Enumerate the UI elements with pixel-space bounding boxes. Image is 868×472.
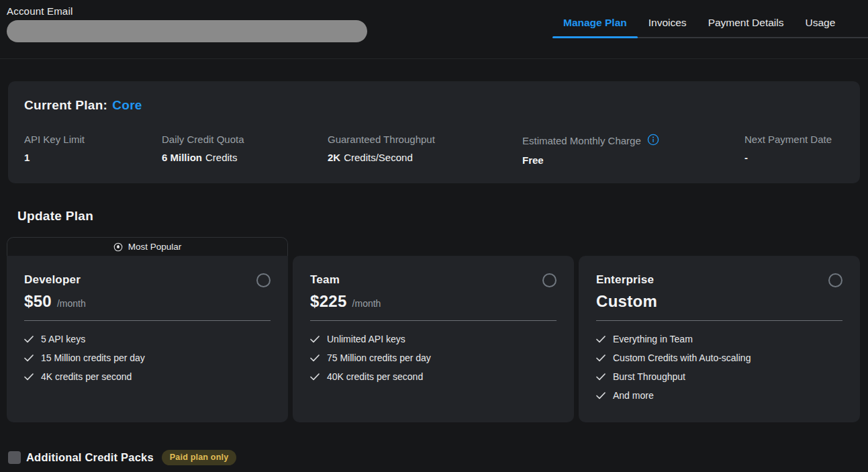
plan-price: $225 — [310, 292, 347, 311]
plan-card-body-developer[interactable]: Developer $50 /month 5 API keys 15 Milli… — [7, 256, 288, 422]
check-icon — [24, 355, 34, 362]
feature-label: 4K credits per second — [41, 371, 132, 382]
feature-label: And more — [613, 390, 654, 401]
feature-item: 5 API keys — [24, 334, 271, 344]
divider — [596, 320, 842, 321]
tab-manage-plan[interactable]: Manage Plan — [552, 9, 638, 37]
plan-features: 5 API keys 15 Million credits per day 4K… — [24, 334, 271, 382]
feature-item: Unlimited API keys — [310, 334, 557, 344]
account-email-label: Account Email — [7, 5, 367, 17]
stat-value: 2KCredits/Second — [328, 152, 522, 163]
check-icon — [596, 373, 606, 381]
stat-value: Free — [522, 154, 744, 166]
plan-price-row: $225 /month — [310, 292, 557, 311]
check-icon — [310, 373, 320, 381]
stat-value-main: - — [744, 152, 748, 163]
stat-label: Next Payment Date — [744, 134, 844, 145]
feature-item: 40K credits per second — [310, 371, 557, 382]
stat-estimated-monthly-charge: Estimated Monthly Charge Free — [522, 134, 744, 166]
plan-radio-enterprise[interactable] — [828, 273, 842, 287]
update-plan-heading: Update Plan — [17, 209, 868, 224]
check-icon — [596, 336, 606, 343]
check-icon — [24, 373, 34, 381]
current-plan-title-prefix: Current Plan: — [24, 98, 107, 112]
divider — [310, 320, 557, 321]
stat-value-main: Free — [522, 154, 544, 166]
most-popular-label: Most Popular — [128, 242, 182, 252]
current-plan-stats: API Key Limit 1 Daily Credit Quota 6 Mil… — [24, 134, 844, 166]
feature-label: Custom Credits with Auto-scaling — [613, 352, 751, 363]
plan-radio-team[interactable] — [542, 273, 557, 287]
current-plan-card: Current Plan:Core API Key Limit 1 Daily … — [8, 81, 860, 183]
stat-value: 6 MillionCredits — [162, 152, 328, 163]
plan-cards-row: Most Popular Developer $50 /month 5 API … — [7, 237, 860, 422]
stat-value: 1 — [24, 152, 162, 163]
plan-card-team: Team $225 /month Unlimited API keys 75 M… — [293, 256, 574, 422]
account-email-input[interactable] — [7, 20, 367, 42]
plan-name: Developer — [24, 273, 271, 287]
current-plan-title: Current Plan:Core — [24, 98, 844, 113]
flame-icon — [113, 242, 123, 252]
feature-item: And more — [596, 390, 842, 401]
plan-features: Unlimited API keys 75 Million credits pe… — [310, 334, 557, 382]
stat-value: - — [744, 152, 844, 163]
feature-item: Everything in Team — [596, 334, 842, 344]
plan-price: Custom — [596, 292, 657, 311]
stat-value-main: 1 — [24, 152, 30, 163]
feature-label: Burst Throughput — [613, 371, 685, 382]
divider — [24, 320, 271, 321]
stat-value-suffix: Credits/Second — [344, 152, 413, 163]
feature-label: Everything in Team — [613, 334, 693, 344]
plan-name: Team — [310, 273, 557, 287]
stat-label: Daily Credit Quota — [162, 134, 328, 145]
check-icon — [310, 336, 320, 343]
plan-card-body-enterprise[interactable]: Enterprise Custom Everything in Team Cus… — [579, 256, 860, 422]
plan-name: Enterprise — [596, 273, 842, 287]
additional-credit-packs-checkbox[interactable] — [8, 451, 21, 464]
feature-label: 15 Million credits per day — [41, 352, 145, 363]
info-icon[interactable] — [647, 134, 659, 148]
feature-label: Unlimited API keys — [327, 334, 405, 344]
feature-item: 4K credits per second — [24, 371, 271, 382]
additional-credit-packs-label: Additional Credit Packs — [26, 451, 154, 464]
stat-next-payment-date: Next Payment Date - — [744, 134, 844, 166]
tab-usage[interactable]: Usage — [794, 9, 855, 37]
plan-price-row: $50 /month — [24, 292, 271, 311]
stat-label: Guaranteed Throughput — [328, 134, 522, 145]
check-icon — [596, 392, 606, 399]
additional-credit-packs-row: Additional Credit Packs Paid plan only — [8, 450, 868, 465]
plan-radio-developer[interactable] — [256, 273, 271, 287]
stat-api-key-limit: API Key Limit 1 — [24, 134, 162, 166]
plan-features: Everything in Team Custom Credits with A… — [596, 334, 842, 401]
tab-payment-details[interactable]: Payment Details — [697, 9, 795, 37]
stat-value-main: 2K — [328, 152, 340, 163]
plan-period: /month — [352, 298, 381, 309]
account-email-group: Account Email — [7, 5, 367, 42]
plan-price: $50 — [24, 292, 52, 311]
tab-bar: Manage Plan Invoices Payment Details Usa… — [552, 9, 868, 38]
feature-label: 75 Million credits per day — [327, 352, 431, 363]
plan-card-enterprise: Enterprise Custom Everything in Team Cus… — [579, 256, 860, 422]
feature-label: 40K credits per second — [327, 371, 423, 382]
feature-item: 75 Million credits per day — [310, 352, 557, 363]
most-popular-banner: Most Popular — [7, 237, 288, 256]
check-icon — [24, 336, 34, 343]
paid-plan-only-badge: Paid plan only — [162, 450, 237, 465]
stat-label: Estimated Monthly Charge — [522, 135, 641, 146]
stat-value-main: 6 Million — [162, 152, 202, 163]
header: Account Email Manage Plan Invoices Payme… — [0, 0, 868, 59]
check-icon — [310, 355, 320, 362]
stat-daily-credit-quota: Daily Credit Quota 6 MillionCredits — [162, 134, 328, 166]
current-plan-name: Core — [112, 98, 142, 112]
feature-item: Custom Credits with Auto-scaling — [596, 352, 842, 363]
plan-card-developer: Most Popular Developer $50 /month 5 API … — [7, 237, 288, 422]
stat-label-row: Estimated Monthly Charge — [522, 134, 744, 148]
stat-label: API Key Limit — [24, 134, 162, 145]
feature-label: 5 API keys — [41, 334, 85, 344]
feature-item: 15 Million credits per day — [24, 352, 271, 363]
tab-invoices[interactable]: Invoices — [638, 9, 697, 37]
stat-value-suffix: Credits — [205, 152, 238, 163]
plan-card-body-team[interactable]: Team $225 /month Unlimited API keys 75 M… — [293, 256, 574, 422]
plan-price-row: Custom — [596, 292, 842, 311]
feature-item: Burst Throughput — [596, 371, 842, 382]
